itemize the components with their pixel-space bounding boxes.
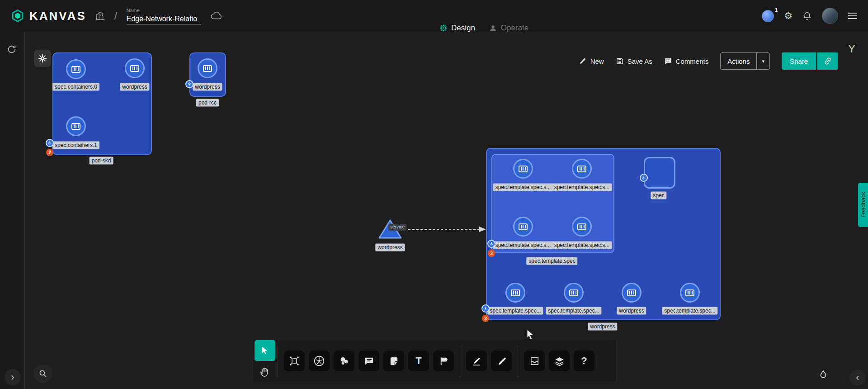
hand-icon xyxy=(259,367,270,378)
pen-tool[interactable] xyxy=(491,351,512,371)
container-icon xyxy=(577,223,586,230)
cluster-icon xyxy=(339,356,349,366)
pan-hand-tool[interactable] xyxy=(259,363,270,382)
drawer-tool[interactable] xyxy=(524,351,545,371)
node-label: spec.template.spec.s... xyxy=(493,242,553,249)
container-icon xyxy=(203,65,212,72)
node-pod-skd-wordpress[interactable] xyxy=(125,58,145,78)
kubernetes-badge[interactable] xyxy=(640,174,648,182)
kanvas-app: KANVAS / Name 1 ⚙ xyxy=(0,0,868,389)
share-button[interactable]: Share xyxy=(782,52,816,70)
layers-tool[interactable] xyxy=(549,351,570,371)
save-as-button[interactable]: Save As xyxy=(616,57,652,65)
node-tpl-top-left[interactable] xyxy=(513,159,533,179)
kanvas-logo-icon xyxy=(11,9,24,23)
container-icon xyxy=(511,289,520,296)
design-tab-icon: ⚙ xyxy=(439,23,448,33)
design-actions-row: New Save As Comments Actions ▾ Share xyxy=(579,52,838,70)
node-spec[interactable] xyxy=(644,157,675,189)
sticker-tool[interactable] xyxy=(383,351,404,371)
comments-button[interactable]: Comments xyxy=(664,57,709,65)
count-badge[interactable]: 3 xyxy=(488,250,495,257)
tab-operate[interactable]: Operate xyxy=(489,23,528,33)
sync-icon[interactable] xyxy=(7,44,17,54)
pointer-tools-column xyxy=(252,339,278,383)
count-badge[interactable]: 3 xyxy=(482,315,489,322)
kubernetes-badge[interactable] xyxy=(185,80,193,88)
design-name-input[interactable] xyxy=(127,14,201,24)
comment-icon xyxy=(664,57,672,65)
node-label: spec.template.spec.s... xyxy=(552,184,612,191)
node-pod-rcc-wordpress[interactable] xyxy=(198,58,217,78)
validator-y-icon[interactable]: Y xyxy=(848,43,855,55)
container-icon xyxy=(71,66,80,73)
share-group: Share xyxy=(782,52,838,70)
hamburger-menu-icon[interactable] xyxy=(848,13,857,19)
node-row-4[interactable] xyxy=(680,283,700,303)
node-row-1[interactable] xyxy=(505,283,525,303)
text-tool[interactable]: T xyxy=(408,351,429,371)
edge-service-to-deployment[interactable] xyxy=(398,222,494,238)
flag-icon xyxy=(439,356,449,366)
kubernetes-badge[interactable] xyxy=(487,240,495,248)
node-label: spec.template.spec... xyxy=(546,307,601,315)
new-pencil-icon xyxy=(579,57,587,65)
header-right-cluster: 1 ⚙ xyxy=(762,8,857,24)
header: KANVAS / Name 1 ⚙ xyxy=(0,0,868,32)
logo-text: KANVAS xyxy=(29,9,86,23)
node-spec-containers-0[interactable] xyxy=(66,59,86,79)
container-icon xyxy=(569,289,578,296)
draw-tools-group xyxy=(460,351,518,371)
node-label: spec.template.spec.s... xyxy=(493,184,553,191)
settings-gear-icon[interactable]: ⚙ xyxy=(784,10,793,21)
kubernetes-badge[interactable] xyxy=(46,139,54,147)
design-canvas[interactable]: › ‹ Y Feedback spec.containers.0 wordpre… xyxy=(0,32,868,389)
group-spec-template-spec[interactable] xyxy=(491,154,614,253)
node-row-wordpress[interactable] xyxy=(622,283,642,303)
kanvas-logo[interactable]: KANVAS xyxy=(11,9,86,23)
chevron-down-icon[interactable]: ▾ xyxy=(756,53,769,69)
workspace-icon[interactable] xyxy=(95,11,105,21)
pencil-icon xyxy=(472,356,482,366)
copy-link-button[interactable] xyxy=(817,52,838,70)
collapse-panel-chevron[interactable]: ‹ xyxy=(849,370,866,386)
node-tpl-top-right[interactable] xyxy=(572,159,592,179)
feedback-tab[interactable]: Feedback xyxy=(858,183,868,227)
count-badge[interactable]: 2 xyxy=(46,149,53,156)
user-avatar[interactable] xyxy=(822,8,838,24)
node-spec-containers-1[interactable] xyxy=(66,116,86,136)
help-tool[interactable]: ? xyxy=(574,351,594,371)
tab-design[interactable]: ⚙ Design xyxy=(439,23,475,33)
container-icon xyxy=(577,166,586,172)
actions-dropdown-button[interactable]: Actions ▾ xyxy=(720,52,770,70)
pencil-tool[interactable] xyxy=(466,351,487,371)
cluster-shapes-tool[interactable] xyxy=(334,351,354,371)
building-icon xyxy=(95,11,105,21)
node-label: spec.containers.0 xyxy=(52,83,99,91)
new-button[interactable]: New xyxy=(579,57,604,65)
comment-tool[interactable] xyxy=(359,351,379,371)
kubernetes-tool[interactable] xyxy=(309,351,330,371)
expand-panel-chevron[interactable]: › xyxy=(5,369,21,385)
extensions-badge: 1 xyxy=(775,7,778,13)
cloud-sync-icon[interactable] xyxy=(210,11,222,20)
component-tool[interactable] xyxy=(284,351,305,371)
ink-droplet-icon[interactable] xyxy=(814,365,832,384)
node-label: spec.containers.1 xyxy=(52,142,99,149)
shape-flag-tool[interactable] xyxy=(433,351,454,371)
mode-tabs: ⚙ Design Operate xyxy=(439,23,528,33)
kubernetes-icon xyxy=(313,355,325,367)
zoom-search-button[interactable] xyxy=(33,364,52,383)
node-tpl-bottom-left[interactable] xyxy=(513,217,533,237)
extensions-icon[interactable]: 1 xyxy=(762,10,774,22)
select-cursor-tool[interactable] xyxy=(255,340,275,361)
kubernetes-badge[interactable] xyxy=(481,304,490,313)
node-label: wordpress xyxy=(193,83,222,91)
node-row-2[interactable] xyxy=(564,283,584,303)
extensions-emblem xyxy=(762,10,774,22)
node-label: spec.template.spec... xyxy=(662,307,717,315)
left-rail xyxy=(0,32,25,389)
node-tpl-bottom-right[interactable] xyxy=(572,217,592,237)
snowflake-tool-button[interactable] xyxy=(34,50,51,67)
notifications-bell-icon[interactable] xyxy=(802,11,812,21)
